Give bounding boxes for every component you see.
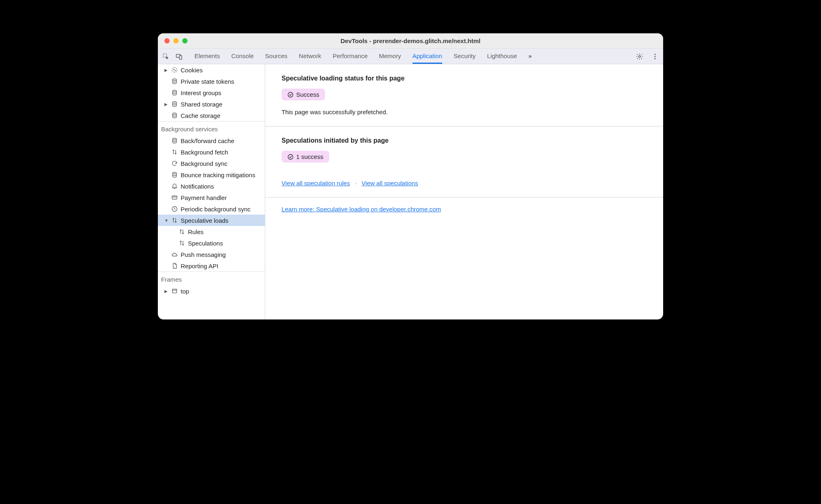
svg-rect-16	[172, 196, 177, 199]
status-badge-label: Success	[296, 91, 319, 98]
sidebar-item-label: top	[181, 288, 189, 295]
link-view-speculations[interactable]: View all speculations	[362, 180, 418, 187]
sidebar-item-top[interactable]: ▶top	[158, 285, 265, 297]
svg-point-19	[288, 92, 293, 97]
tab-console[interactable]: Console	[231, 49, 254, 64]
sidebar-item-label: Speculations	[188, 240, 223, 247]
tab-application[interactable]: Application	[413, 49, 442, 64]
sidebar-item-notifications[interactable]: Notifications	[158, 180, 265, 192]
sidebar-item-back-forward-cache[interactable]: Back/forward cache	[158, 135, 265, 146]
sidebar-item-label: Rules	[188, 228, 203, 235]
tabs-overflow[interactable]: »	[528, 49, 532, 64]
tab-performance[interactable]: Performance	[333, 49, 368, 64]
tab-network[interactable]: Network	[299, 49, 321, 64]
inspect-icon[interactable]	[161, 52, 171, 61]
toolbar-right	[635, 52, 660, 61]
sidebar-item-speculative-loads[interactable]: ▼Speculative loads	[158, 215, 265, 226]
status-heading: Speculative loading status for this page	[282, 75, 647, 82]
link-view-rules[interactable]: View all speculation rules	[282, 180, 350, 187]
sidebar-item-cookies[interactable]: ▶Cookies	[158, 64, 265, 76]
separator-dot: ·	[355, 180, 356, 187]
titlebar: DevTools - prerender-demos.glitch.me/nex…	[158, 33, 663, 49]
status-panel: Speculative loading status for this page…	[265, 64, 663, 126]
sidebar-item-label: Cookies	[181, 67, 203, 74]
sidebar-item-label: Payment handler	[181, 194, 227, 201]
svg-point-11	[172, 90, 176, 92]
sidebar-item-periodic-background-sync[interactable]: Periodic background sync	[158, 203, 265, 215]
main-panel: Speculative loading status for this page…	[265, 64, 663, 319]
svg-rect-18	[172, 289, 177, 293]
status-badge: Success	[282, 89, 325, 100]
card-icon	[171, 194, 178, 201]
sidebar-item-shared-storage[interactable]: ▶Shared storage	[158, 98, 265, 110]
sidebar-item-cache-storage[interactable]: Cache storage	[158, 110, 265, 121]
sidebar: ▶CookiesPrivate state tokensInterest gro…	[158, 64, 265, 319]
device-toggle-icon[interactable]	[174, 52, 184, 61]
svg-point-20	[288, 154, 293, 159]
sync-icon	[171, 160, 178, 167]
arrows-icon	[178, 240, 186, 246]
svg-point-9	[175, 70, 175, 71]
tab-sources[interactable]: Sources	[265, 49, 288, 64]
tab-security[interactable]: Security	[454, 49, 476, 64]
bell-icon	[171, 183, 178, 189]
section-frames: Frames	[158, 272, 265, 285]
more-icon[interactable]	[650, 52, 660, 61]
devtools-window: DevTools - prerender-demos.glitch.me/nex…	[158, 33, 663, 319]
window-title: DevTools - prerender-demos.glitch.me/nex…	[158, 37, 663, 44]
status-description: This page was successfully prefetched.	[282, 109, 647, 115]
sidebar-item-label: Interest groups	[181, 89, 221, 96]
sidebar-item-label: Notifications	[181, 183, 214, 190]
sidebar-item-label: Periodic background sync	[181, 206, 251, 213]
db-icon	[171, 78, 178, 85]
tab-memory[interactable]: Memory	[379, 49, 401, 64]
sidebar-item-background-fetch[interactable]: Background fetch	[158, 146, 265, 158]
checkmark-icon	[287, 91, 294, 98]
sidebar-item-label: Shared storage	[181, 101, 223, 108]
caret-icon: ▶	[164, 68, 168, 72]
svg-point-3	[639, 55, 641, 57]
section-background-services: Background services	[158, 121, 265, 135]
tab-lighthouse[interactable]: Lighthouse	[487, 49, 517, 64]
arrows-icon	[171, 217, 178, 224]
svg-point-10	[172, 79, 176, 80]
doc-icon	[171, 263, 178, 269]
sidebar-item-reporting-api[interactable]: Reporting API	[158, 260, 265, 272]
svg-point-6	[655, 58, 656, 59]
minimize-button[interactable]	[173, 38, 179, 43]
traffic-lights	[158, 38, 188, 43]
cloud-icon	[171, 251, 178, 258]
sidebar-item-interest-groups[interactable]: Interest groups	[158, 87, 265, 98]
sidebar-item-push-messaging[interactable]: Push messaging	[158, 249, 265, 260]
sidebar-item-payment-handler[interactable]: Payment handler	[158, 192, 265, 203]
initiated-panel: Speculations initiated by this page 1 su…	[265, 126, 663, 198]
svg-point-12	[172, 102, 176, 103]
svg-rect-2	[179, 55, 182, 59]
close-button[interactable]	[164, 38, 170, 43]
svg-point-14	[172, 138, 176, 140]
db-icon	[171, 101, 178, 107]
maximize-button[interactable]	[182, 38, 188, 43]
checkmark-icon	[287, 154, 294, 160]
sidebar-item-speculations[interactable]: Speculations	[158, 237, 265, 249]
frame-icon	[171, 288, 178, 294]
sidebar-item-private-state-tokens[interactable]: Private state tokens	[158, 76, 265, 87]
svg-point-5	[655, 56, 656, 57]
settings-icon[interactable]	[635, 52, 644, 61]
sidebar-item-bounce-tracking-mitigations[interactable]: Bounce tracking mitigations	[158, 169, 265, 180]
sidebar-item-label: Speculative loads	[181, 217, 229, 224]
sidebar-item-background-sync[interactable]: Background sync	[158, 158, 265, 169]
speculation-links: View all speculation rules · View all sp…	[282, 180, 647, 187]
sidebar-item-rules[interactable]: Rules	[158, 226, 265, 237]
caret-icon: ▶	[164, 289, 168, 293]
learn-more-link[interactable]: Learn more: Speculative loading on devel…	[282, 206, 441, 213]
cookie-icon	[171, 67, 178, 73]
sidebar-item-label: Background sync	[181, 160, 227, 167]
sidebar-item-label: Cache storage	[181, 112, 221, 119]
toolbar: Elements Console Sources Network Perform…	[158, 49, 663, 64]
tab-elements[interactable]: Elements	[194, 49, 220, 64]
sidebar-item-label: Private state tokens	[181, 78, 234, 85]
sidebar-item-label: Background fetch	[181, 149, 228, 156]
db-icon	[171, 137, 178, 144]
db-icon	[171, 112, 178, 119]
